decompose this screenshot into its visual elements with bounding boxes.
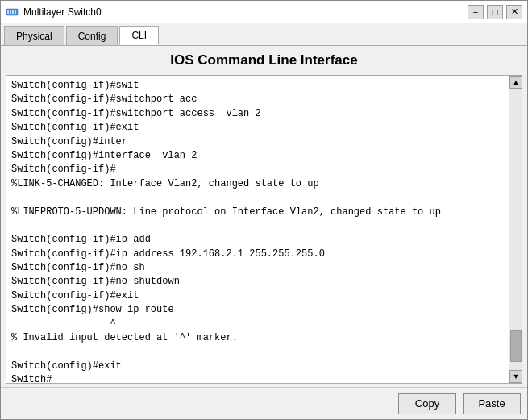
scroll-down-button[interactable]: ▼ (509, 370, 522, 383)
terminal-output[interactable]: Switch(config-if)#swit Switch(config-if)… (6, 76, 509, 383)
paste-button[interactable]: Paste (463, 393, 521, 414)
tab-physical[interactable]: Physical (4, 26, 64, 45)
main-window: Multilayer Switch0 − □ ✕ Physical Config… (0, 0, 528, 420)
cli-heading: IOS Command Line Interface (1, 46, 527, 72)
tab-cli[interactable]: CLI (119, 26, 159, 45)
switch-icon (6, 6, 19, 19)
close-button[interactable]: ✕ (506, 5, 522, 19)
scroll-track[interactable] (509, 89, 522, 370)
title-bar: Multilayer Switch0 − □ ✕ (1, 1, 527, 23)
svg-rect-4 (15, 10, 16, 14)
title-bar-controls: − □ ✕ (468, 5, 522, 19)
copy-button[interactable]: Copy (398, 393, 456, 414)
tab-config[interactable]: Config (66, 26, 118, 45)
scroll-thumb[interactable] (510, 330, 522, 362)
button-bar: Copy Paste (1, 387, 527, 419)
terminal-scrollbar: ▲ ▼ (509, 76, 522, 383)
scroll-up-button[interactable]: ▲ (509, 76, 522, 89)
svg-rect-2 (10, 10, 11, 14)
terminal-container: Switch(config-if)#swit Switch(config-if)… (6, 75, 522, 384)
window-title: Multilayer Switch0 (23, 6, 102, 18)
tab-bar: Physical Config CLI (1, 23, 527, 46)
svg-rect-3 (12, 10, 14, 14)
minimize-button[interactable]: − (468, 5, 484, 19)
svg-rect-1 (7, 10, 9, 14)
maximize-button[interactable]: □ (487, 5, 503, 19)
title-bar-left: Multilayer Switch0 (6, 6, 102, 19)
